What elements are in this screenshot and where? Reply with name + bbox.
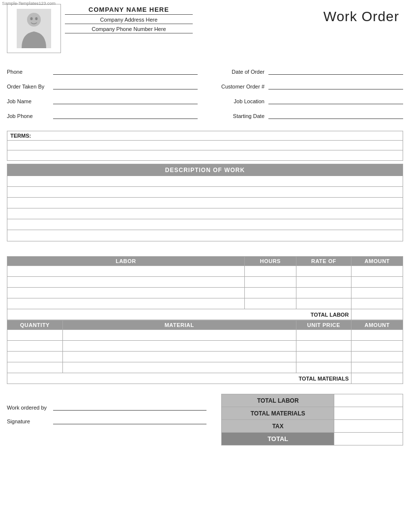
labor-desc-4[interactable] bbox=[7, 298, 245, 309]
labor-data-row-3[interactable] bbox=[7, 288, 403, 298]
watermark-text: Sample-Templates123.com bbox=[2, 1, 56, 6]
order-taken-by-label: Order Taken By bbox=[7, 84, 51, 89]
material-data-row-4[interactable] bbox=[7, 362, 403, 373]
fields-left-3: Job Name bbox=[7, 97, 207, 108]
material-col-quantity: QUANTITY bbox=[7, 321, 63, 330]
starting-date-label: Starting Date bbox=[212, 113, 266, 119]
desc-row-6[interactable] bbox=[7, 230, 403, 241]
customer-order-row: Customer Order # bbox=[212, 83, 403, 89]
svg-point-3 bbox=[35, 17, 38, 20]
terms-row-2[interactable] bbox=[7, 150, 403, 160]
labor-col-labor: LABOR bbox=[7, 257, 245, 266]
material-qty-2[interactable] bbox=[7, 341, 63, 352]
header-section: COMPANY NAME HERE Company Address Here C… bbox=[7, 4, 403, 53]
summary-row-total-materials: TOTAL MATERIALS bbox=[222, 407, 403, 420]
labor-hours-4[interactable] bbox=[245, 298, 296, 309]
labor-amount-2[interactable] bbox=[351, 277, 403, 288]
labor-desc-3[interactable] bbox=[7, 288, 245, 298]
summary-section: TOTAL LABOR TOTAL MATERIALS TAX TOTAL bbox=[221, 394, 403, 445]
terms-row-1[interactable] bbox=[7, 141, 403, 150]
labor-rate-4[interactable] bbox=[296, 298, 351, 309]
material-unit-3[interactable] bbox=[296, 352, 351, 362]
labor-amount-3[interactable] bbox=[351, 288, 403, 298]
summary-total-labor-value[interactable] bbox=[334, 394, 403, 407]
labor-rate-1[interactable] bbox=[296, 266, 351, 277]
material-amount-3[interactable] bbox=[351, 352, 403, 362]
labor-data-row-4[interactable] bbox=[7, 298, 403, 309]
summary-total-materials-value[interactable] bbox=[334, 407, 403, 420]
customer-order-label: Customer Order # bbox=[212, 84, 266, 89]
fields-section: Phone Date of Order Order Taken By bbox=[7, 68, 403, 123]
summary-table: TOTAL LABOR TOTAL MATERIALS TAX TOTAL bbox=[221, 394, 403, 445]
material-data-row-3[interactable] bbox=[7, 352, 403, 362]
signature-input[interactable] bbox=[53, 417, 206, 424]
summary-total-materials-label: TOTAL MATERIALS bbox=[222, 407, 334, 420]
date-of-order-row: Date of Order bbox=[212, 68, 403, 75]
job-name-label: Job Name bbox=[7, 98, 51, 104]
fields-right-4: Starting Date bbox=[207, 112, 403, 123]
material-qty-1[interactable] bbox=[7, 330, 63, 341]
desc-row-4[interactable] bbox=[7, 208, 403, 219]
job-location-input[interactable] bbox=[268, 97, 403, 104]
work-order-title: Work Order bbox=[323, 4, 403, 25]
summary-tax-value[interactable] bbox=[334, 420, 403, 433]
terms-header: TERMS: bbox=[7, 131, 403, 141]
summary-total-value[interactable] bbox=[334, 433, 403, 445]
labor-data-row-1[interactable] bbox=[7, 266, 403, 277]
material-total-label: TOTAL MATERIALS bbox=[7, 373, 351, 384]
labor-col-rate: RATE OF bbox=[296, 257, 351, 266]
starting-date-input[interactable] bbox=[268, 112, 403, 119]
material-unit-1[interactable] bbox=[296, 330, 351, 341]
material-unit-2[interactable] bbox=[296, 341, 351, 352]
labor-hours-1[interactable] bbox=[245, 266, 296, 277]
material-amount-4[interactable] bbox=[351, 362, 403, 373]
summary-row-total-labor: TOTAL LABOR bbox=[222, 394, 403, 407]
labor-hours-3[interactable] bbox=[245, 288, 296, 298]
work-ordered-by-input[interactable] bbox=[53, 404, 206, 411]
material-amount-2[interactable] bbox=[351, 341, 403, 352]
bottom-left: Work ordered by Signature bbox=[7, 394, 221, 431]
customer-order-input[interactable] bbox=[268, 83, 403, 89]
material-data-row-1[interactable] bbox=[7, 330, 403, 341]
material-desc-2[interactable] bbox=[62, 341, 296, 352]
job-phone-row: Job Phone bbox=[7, 112, 198, 119]
material-unit-4[interactable] bbox=[296, 362, 351, 373]
material-desc-3[interactable] bbox=[62, 352, 296, 362]
signature-label: Signature bbox=[7, 418, 51, 424]
logo-box bbox=[7, 4, 61, 53]
desc-row-2[interactable] bbox=[7, 187, 403, 198]
labor-amount-1[interactable] bbox=[351, 266, 403, 277]
material-desc-1[interactable] bbox=[62, 330, 296, 341]
work-ordered-by-field: Work ordered by bbox=[7, 404, 206, 411]
material-qty-4[interactable] bbox=[7, 362, 63, 373]
labor-rate-2[interactable] bbox=[296, 277, 351, 288]
material-amount-1[interactable] bbox=[351, 330, 403, 341]
labor-hours-2[interactable] bbox=[245, 277, 296, 288]
job-location-label: Job Location bbox=[212, 98, 266, 104]
material-qty-3[interactable] bbox=[7, 352, 63, 362]
labor-desc-1[interactable] bbox=[7, 266, 245, 277]
description-section: DESCRIPTION OF WORK bbox=[7, 164, 403, 241]
material-desc-4[interactable] bbox=[62, 362, 296, 373]
fields-right-2: Customer Order # bbox=[207, 83, 403, 93]
labor-data-row-2[interactable] bbox=[7, 277, 403, 288]
material-table: QUANTITY MATERIAL UNIT PRICE AMOUNT bbox=[7, 320, 403, 384]
material-data-row-2[interactable] bbox=[7, 341, 403, 352]
labor-col-hours: HOURS bbox=[245, 257, 296, 266]
job-phone-input[interactable] bbox=[53, 112, 198, 119]
labor-amount-4[interactable] bbox=[351, 298, 403, 309]
labor-total-value bbox=[351, 309, 403, 320]
fields-left-4: Job Phone bbox=[7, 112, 207, 123]
phone-input[interactable] bbox=[53, 68, 198, 75]
material-total-value bbox=[351, 373, 403, 384]
order-taken-by-input[interactable] bbox=[53, 83, 198, 89]
signature-field: Signature bbox=[7, 417, 206, 424]
labor-rate-3[interactable] bbox=[296, 288, 351, 298]
desc-row-5[interactable] bbox=[7, 219, 403, 230]
fields-right: Date of Order bbox=[207, 68, 403, 79]
job-name-input[interactable] bbox=[53, 97, 198, 104]
desc-row-1[interactable] bbox=[7, 176, 403, 187]
date-of-order-input[interactable] bbox=[268, 68, 403, 75]
labor-desc-2[interactable] bbox=[7, 277, 245, 288]
desc-row-3[interactable] bbox=[7, 198, 403, 208]
